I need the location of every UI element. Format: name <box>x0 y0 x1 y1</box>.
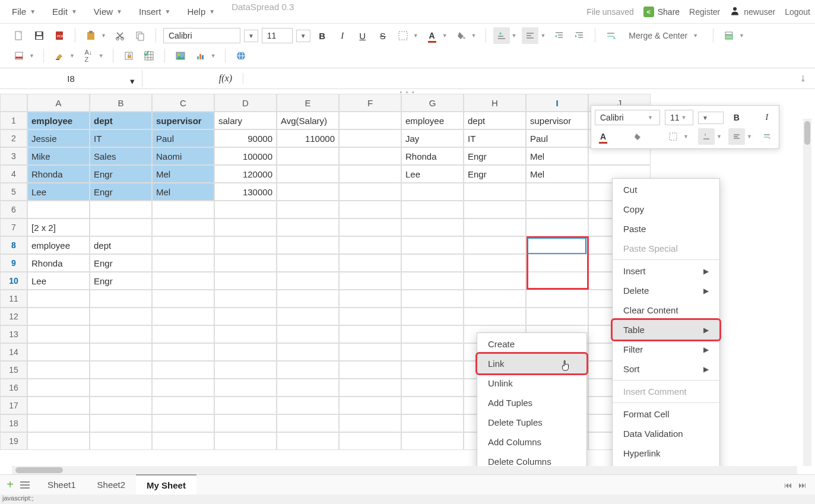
cell[interactable] <box>277 343 339 361</box>
cell[interactable] <box>339 147 401 165</box>
cell[interactable] <box>401 361 464 379</box>
cell[interactable] <box>90 201 152 218</box>
border-icon[interactable] <box>395 27 411 44</box>
column-header[interactable]: G <box>401 94 464 112</box>
cell[interactable]: Engr <box>90 165 152 183</box>
cell[interactable]: Lee <box>27 183 90 201</box>
logout-link[interactable]: Logout <box>785 7 810 17</box>
cell[interactable] <box>152 343 214 361</box>
font-select[interactable]: Calibri <box>163 28 240 43</box>
mini-italic-icon[interactable]: I <box>759 109 775 126</box>
caret-icon[interactable]: ▼ <box>538 33 547 39</box>
clear-icon[interactable] <box>51 47 68 64</box>
cell[interactable] <box>339 325 401 343</box>
cell[interactable] <box>152 290 214 308</box>
all-sheets-icon[interactable] <box>20 481 37 489</box>
caret-icon[interactable]: ▼ <box>470 33 478 39</box>
cell[interactable]: Mel <box>526 147 588 165</box>
cell[interactable] <box>277 254 339 272</box>
row-header[interactable]: 2 <box>0 129 27 147</box>
cell[interactable] <box>401 379 464 397</box>
row-header[interactable]: 1 <box>0 112 27 129</box>
ctx-data-validation[interactable]: Data Validation <box>613 424 719 443</box>
new-icon[interactable] <box>11 27 27 44</box>
cell[interactable] <box>152 308 214 325</box>
cell[interactable] <box>277 236 339 254</box>
halign-icon[interactable] <box>522 27 538 44</box>
cell[interactable] <box>277 272 339 290</box>
cell[interactable] <box>152 432 214 450</box>
cell[interactable]: Mike <box>27 147 90 165</box>
row-header[interactable]: 3 <box>0 147 27 165</box>
cell[interactable] <box>339 218 401 236</box>
cell[interactable] <box>277 290 339 308</box>
cell[interactable] <box>27 379 90 397</box>
cell[interactable]: [2 x 2] <box>27 218 90 236</box>
cell[interactable]: Engr <box>90 272 152 290</box>
caret-icon[interactable]: ▼ <box>27 53 36 59</box>
cell[interactable] <box>214 218 277 236</box>
cell[interactable]: Naomi <box>152 147 214 165</box>
cell[interactable] <box>27 308 90 325</box>
mini-size-select[interactable]: 11▼ <box>665 110 693 125</box>
column-header[interactable]: E <box>277 94 339 112</box>
menu-file[interactable]: File▼ <box>5 2 43 21</box>
resize-handle-icon[interactable]: • • • <box>0 89 815 94</box>
column-header[interactable]: A <box>27 94 90 112</box>
cell[interactable] <box>401 272 464 290</box>
cell[interactable] <box>214 201 277 218</box>
insert-icon[interactable] <box>721 27 737 44</box>
ctx-delete[interactable]: Delete▶ <box>613 281 719 300</box>
cell[interactable]: Paul <box>152 129 214 147</box>
username[interactable]: newuser <box>744 7 775 17</box>
cell[interactable] <box>152 218 214 236</box>
cell[interactable] <box>401 201 464 218</box>
cell[interactable] <box>214 290 277 308</box>
column-header[interactable]: F <box>339 94 401 112</box>
cell[interactable] <box>526 290 588 308</box>
cell[interactable] <box>27 290 90 308</box>
cell[interactable] <box>277 165 339 183</box>
mini-halign-icon[interactable] <box>728 128 745 145</box>
cell[interactable] <box>152 361 214 379</box>
cell[interactable]: 90000 <box>214 129 277 147</box>
cell[interactable]: dept <box>464 112 526 129</box>
cell[interactable] <box>152 397 214 414</box>
cell[interactable] <box>27 201 90 218</box>
vertical-scrollbar[interactable] <box>803 119 811 466</box>
bold-icon[interactable]: B <box>314 27 331 44</box>
cell[interactable] <box>526 272 588 290</box>
paste-icon[interactable] <box>83 27 99 44</box>
cell[interactable] <box>401 397 464 414</box>
row-header[interactable]: 11 <box>0 290 27 308</box>
mini-font-select[interactable]: Calibri▼ <box>595 110 660 125</box>
cell[interactable] <box>90 432 152 450</box>
ctx-table-unlink[interactable]: Unlink <box>477 373 586 393</box>
cell[interactable] <box>152 236 214 254</box>
cell[interactable] <box>339 236 401 254</box>
cell[interactable] <box>401 414 464 432</box>
cell[interactable] <box>214 254 277 272</box>
ctx-hyperlink[interactable]: Hyperlink <box>613 443 719 463</box>
cell[interactable] <box>464 308 526 325</box>
mini-wrap-icon[interactable] <box>759 128 775 145</box>
cell[interactable] <box>152 201 214 218</box>
protect-icon[interactable] <box>120 47 137 64</box>
mini-size-dd[interactable]: ▼ <box>698 112 724 124</box>
sheet-tab-3[interactable]: My Sheet <box>136 474 196 495</box>
formula-input[interactable] <box>243 75 791 82</box>
cell[interactable] <box>526 254 588 272</box>
cell[interactable] <box>401 183 464 201</box>
italic-icon[interactable]: I <box>334 27 351 44</box>
cell[interactable]: Engr <box>464 147 526 165</box>
cell[interactable] <box>464 201 526 218</box>
ctx-table-create[interactable]: Create <box>477 334 586 354</box>
row-header[interactable]: 15 <box>0 361 27 379</box>
cell[interactable] <box>90 397 152 414</box>
cell[interactable] <box>152 379 214 397</box>
cell[interactable] <box>526 308 588 325</box>
cell[interactable]: Mel <box>526 165 588 183</box>
hyperlink-icon[interactable] <box>233 47 249 64</box>
cell[interactable] <box>214 414 277 432</box>
cell[interactable] <box>214 432 277 450</box>
